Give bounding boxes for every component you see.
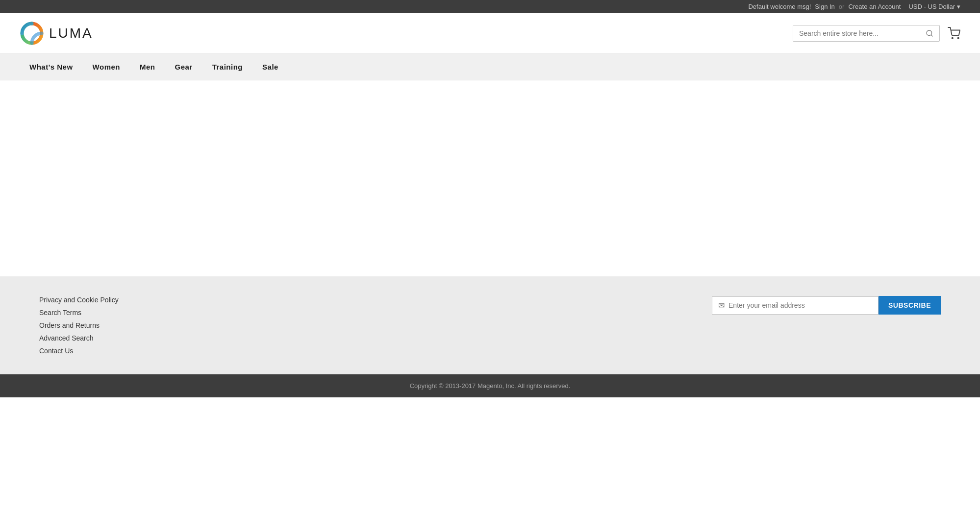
main-navigation: What's New Women Men Gear Training Sale xyxy=(0,54,980,80)
mail-icon: ✉ xyxy=(718,301,725,310)
bottom-bar: Copyright © 2013-2017 Magento, Inc. All … xyxy=(0,374,980,397)
welcome-message: Default welcome msg! xyxy=(748,3,811,10)
svg-point-3 xyxy=(958,38,959,39)
search-button[interactable] xyxy=(920,25,939,41)
subscribe-button[interactable]: Subscribe xyxy=(879,296,941,315)
sign-in-link[interactable]: Sign In xyxy=(815,3,834,10)
newsletter-email-input[interactable] xyxy=(729,301,872,309)
copyright-text: Copyright © 2013-2017 Magento, Inc. All … xyxy=(410,382,571,390)
footer-link-advanced-search[interactable]: Advanced Search xyxy=(39,334,119,342)
logo-text: LUMA xyxy=(49,25,93,41)
logo-icon xyxy=(20,21,44,46)
or-separator: or xyxy=(839,3,845,10)
create-account-link[interactable]: Create an Account xyxy=(848,3,901,10)
chevron-down-icon: ▾ xyxy=(957,3,960,10)
main-content xyxy=(0,80,980,276)
cart-button[interactable] xyxy=(948,27,960,40)
nav-gear[interactable]: Gear xyxy=(165,54,202,80)
top-bar: Default welcome msg! Sign In or Create a… xyxy=(0,0,980,13)
newsletter-form: ✉ Subscribe xyxy=(712,296,941,315)
svg-line-1 xyxy=(931,35,932,36)
nav-sale[interactable]: Sale xyxy=(252,54,288,80)
svg-point-2 xyxy=(952,38,953,39)
currency-label: USD - US Dollar xyxy=(908,3,955,10)
footer-link-orders[interactable]: Orders and Returns xyxy=(39,321,119,329)
search-box xyxy=(793,25,940,42)
nav-training[interactable]: Training xyxy=(202,54,252,80)
footer: Privacy and Cookie Policy Search Terms O… xyxy=(0,276,980,374)
newsletter-input-wrapper: ✉ xyxy=(712,296,879,315)
header-right xyxy=(793,25,960,42)
nav-whats-new[interactable]: What's New xyxy=(20,54,83,80)
currency-selector[interactable]: USD - US Dollar ▾ xyxy=(908,3,960,10)
footer-links: Privacy and Cookie Policy Search Terms O… xyxy=(39,296,119,355)
nav-men[interactable]: Men xyxy=(130,54,165,80)
header: LUMA xyxy=(0,13,980,54)
logo[interactable]: LUMA xyxy=(20,21,93,46)
footer-link-contact[interactable]: Contact Us xyxy=(39,347,119,355)
footer-link-privacy[interactable]: Privacy and Cookie Policy xyxy=(39,296,119,304)
cart-icon xyxy=(948,27,960,40)
nav-women[interactable]: Women xyxy=(83,54,130,80)
footer-link-search-terms[interactable]: Search Terms xyxy=(39,309,119,317)
search-icon xyxy=(926,29,933,37)
search-input[interactable] xyxy=(793,25,920,41)
